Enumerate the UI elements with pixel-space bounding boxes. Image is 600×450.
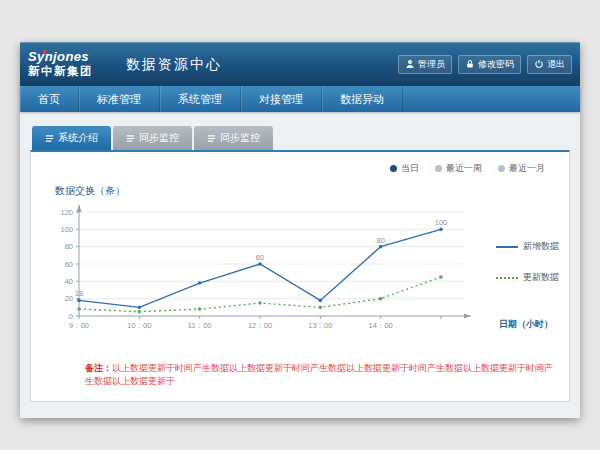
logo: Synjones 新中新集团 xyxy=(28,50,118,78)
svg-text:60: 60 xyxy=(256,253,264,262)
svg-text:18: 18 xyxy=(75,289,83,298)
nav-item-home[interactable]: 首页 xyxy=(20,86,79,112)
footnote-text: 以上数据更新于时间产生数据以上数据更新于时间产生数据以上数据更新于时间产生数据以… xyxy=(85,363,553,386)
logo-dot-icon xyxy=(43,50,47,54)
change-password-label: 修改密码 xyxy=(478,58,514,71)
svg-text:40: 40 xyxy=(65,277,73,286)
app-window: Synjones 新中新集团 数据资源中心 管理员 修改密码 xyxy=(20,42,580,418)
svg-text:20: 20 xyxy=(65,294,73,303)
svg-text:80: 80 xyxy=(65,242,73,251)
chart-panel: 当日 最近一周 最近一月 数据交换（条） 0204060801001209：00… xyxy=(30,150,570,402)
svg-text:9：00: 9：00 xyxy=(69,321,89,330)
main-nav: 首页 标准管理 系统管理 对接管理 数据异动 xyxy=(20,86,580,112)
content-area: 系统介绍 同步监控 同步监控 当日 xyxy=(20,112,580,402)
series-legend: 新增数据 更新数据 xyxy=(496,240,559,284)
svg-text:120: 120 xyxy=(60,208,73,217)
range-option-label: 最近一月 xyxy=(509,162,545,175)
tab-label: 同步监控 xyxy=(139,131,179,145)
chart-area: 0204060801001209：0010：0011：0012：0013：001… xyxy=(47,200,561,338)
range-option-label: 当日 xyxy=(401,162,419,175)
app-header: Synjones 新中新集团 数据资源中心 管理员 修改密码 xyxy=(20,42,580,86)
tab-sync-monitor-1[interactable]: 同步监控 xyxy=(113,126,192,150)
footnote-label: 备注： xyxy=(85,363,112,373)
nav-item-system-mgmt[interactable]: 系统管理 xyxy=(160,86,241,112)
power-icon xyxy=(534,59,544,69)
svg-text:13：00: 13：00 xyxy=(308,321,332,330)
radio-dot-icon xyxy=(435,165,442,172)
svg-text:100: 100 xyxy=(435,218,448,227)
chart-x-axis-title: 日期（小时） xyxy=(499,318,553,331)
list-icon xyxy=(45,134,54,143)
svg-text:80: 80 xyxy=(376,236,384,245)
tab-system-intro[interactable]: 系统介绍 xyxy=(32,126,111,150)
range-option-label: 最近一周 xyxy=(446,162,482,175)
tab-label: 系统介绍 xyxy=(58,131,98,145)
legend-item-updated-data[interactable]: 更新数据 xyxy=(496,271,559,284)
change-password-button[interactable]: 修改密码 xyxy=(458,55,521,74)
chart-y-axis-title: 数据交换（条） xyxy=(55,184,561,198)
svg-text:14：00: 14：00 xyxy=(369,321,393,330)
logo-subtext: 新中新集团 xyxy=(28,65,118,78)
line-sample-icon xyxy=(496,277,518,279)
svg-text:12：00: 12：00 xyxy=(248,321,272,330)
radio-dot-icon xyxy=(390,165,397,172)
page-title: 数据资源中心 xyxy=(126,56,222,74)
list-icon xyxy=(126,134,135,143)
header-actions: 管理员 修改密码 退出 xyxy=(398,55,572,74)
user-button-label: 管理员 xyxy=(418,58,445,71)
range-option-last-week[interactable]: 最近一周 xyxy=(435,162,482,175)
nav-item-connection-mgmt[interactable]: 对接管理 xyxy=(241,86,322,112)
line-sample-icon xyxy=(496,246,518,248)
range-selector: 当日 最近一周 最近一月 xyxy=(390,162,545,175)
tab-label: 同步监控 xyxy=(220,131,260,145)
svg-text:100: 100 xyxy=(60,225,73,234)
logo-text: Synjones xyxy=(28,50,118,65)
legend-item-new-data[interactable]: 新增数据 xyxy=(496,240,559,253)
nav-item-standard-mgmt[interactable]: 标准管理 xyxy=(79,86,160,112)
tab-bar: 系统介绍 同步监控 同步监控 xyxy=(32,126,570,150)
tab-sync-monitor-2[interactable]: 同步监控 xyxy=(194,126,273,150)
radio-dot-icon xyxy=(498,165,505,172)
lock-icon xyxy=(465,59,475,69)
logout-button[interactable]: 退出 xyxy=(527,55,572,74)
range-option-today[interactable]: 当日 xyxy=(390,162,419,175)
logout-button-label: 退出 xyxy=(547,58,565,71)
svg-text:0: 0 xyxy=(69,312,73,321)
legend-label: 新增数据 xyxy=(523,240,559,253)
user-button[interactable]: 管理员 xyxy=(398,55,452,74)
user-icon xyxy=(405,59,415,69)
legend-label: 更新数据 xyxy=(523,271,559,284)
svg-text:60: 60 xyxy=(65,260,73,269)
list-icon xyxy=(207,134,216,143)
nav-item-data-change[interactable]: 数据异动 xyxy=(322,86,403,112)
line-chart: 0204060801001209：0010：0011：0012：0013：001… xyxy=(47,200,497,334)
svg-text:11：00: 11：00 xyxy=(188,321,212,330)
footnote: 备注：以上数据更新于时间产生数据以上数据更新于时间产生数据以上数据更新于时间产生… xyxy=(85,362,561,388)
range-option-last-month[interactable]: 最近一月 xyxy=(498,162,545,175)
svg-text:10：00: 10：00 xyxy=(127,321,151,330)
